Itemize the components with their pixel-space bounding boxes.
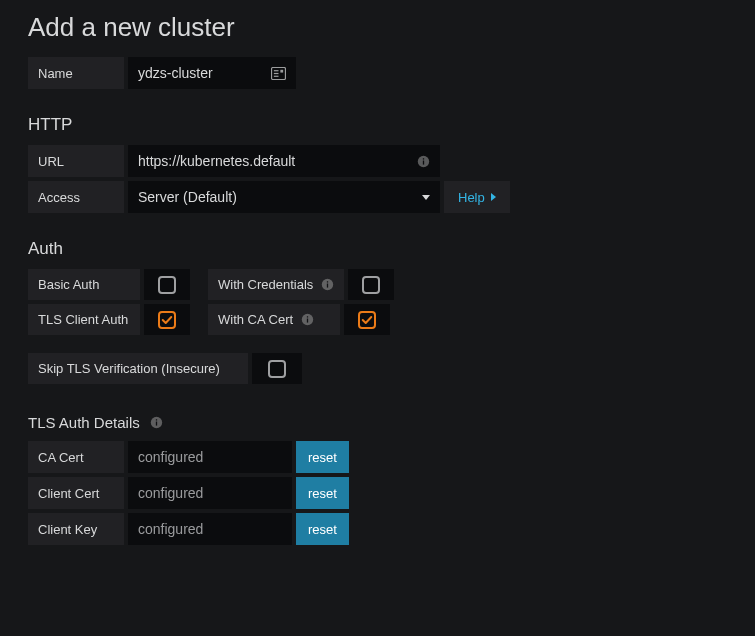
info-icon[interactable] — [417, 155, 430, 168]
ca-cert-reset-button[interactable]: reset — [296, 441, 349, 473]
url-label: URL — [28, 145, 124, 177]
client-key-row: Client Key configured reset — [28, 513, 727, 545]
access-value: Server (Default) — [138, 189, 237, 205]
info-icon[interactable] — [321, 278, 334, 291]
svg-rect-15 — [156, 422, 157, 426]
checkbox-checked-icon — [158, 311, 176, 329]
checkbox-unchecked-icon — [158, 276, 176, 294]
auth-row-1: Basic Auth With Credentials — [28, 269, 727, 300]
client-cert-reset-button[interactable]: reset — [296, 477, 349, 509]
name-label: Name — [28, 57, 124, 89]
tls-details-heading: TLS Auth Details — [28, 414, 140, 431]
client-key-label: Client Key — [28, 513, 124, 545]
page-title: Add a new cluster — [28, 12, 727, 43]
with-ca-cert-text: With CA Cert — [218, 312, 293, 327]
with-credentials-text: With Credentials — [218, 277, 313, 292]
client-key-reset-button[interactable]: reset — [296, 513, 349, 545]
http-heading: HTTP — [28, 115, 727, 135]
ca-cert-row: CA Cert configured reset — [28, 441, 727, 473]
with-credentials-label: With Credentials — [208, 269, 344, 300]
client-cert-label: Client Cert — [28, 477, 124, 509]
svg-rect-12 — [307, 319, 308, 323]
tls-client-auth-checkbox[interactable] — [144, 304, 190, 335]
svg-rect-7 — [423, 158, 424, 159]
name-input[interactable] — [138, 65, 263, 81]
svg-rect-16 — [156, 419, 157, 420]
info-icon[interactable] — [150, 416, 163, 429]
url-row: URL — [28, 145, 727, 177]
name-input-wrap[interactable] — [128, 57, 296, 89]
client-cert-row: Client Cert configured reset — [28, 477, 727, 509]
form-icon — [271, 67, 286, 80]
info-icon[interactable] — [301, 313, 314, 326]
svg-rect-6 — [423, 160, 424, 164]
access-label: Access — [28, 181, 124, 213]
basic-auth-checkbox[interactable] — [144, 269, 190, 300]
basic-auth-label: Basic Auth — [28, 269, 140, 300]
client-cert-value: configured — [128, 477, 292, 509]
with-ca-cert-checkbox[interactable] — [344, 304, 390, 335]
ca-cert-value: configured — [128, 441, 292, 473]
checkbox-unchecked-icon — [268, 360, 286, 378]
svg-rect-10 — [327, 281, 328, 282]
svg-rect-4 — [280, 69, 283, 72]
ca-cert-label: CA Cert — [28, 441, 124, 473]
tls-client-auth-label: TLS Client Auth — [28, 304, 140, 335]
help-label: Help — [458, 190, 485, 205]
with-credentials-checkbox[interactable] — [348, 269, 394, 300]
spacer — [194, 304, 204, 335]
url-input[interactable] — [138, 153, 409, 169]
with-ca-cert-label: With CA Cert — [208, 304, 340, 335]
name-row: Name — [28, 57, 727, 89]
client-key-value: configured — [128, 513, 292, 545]
skip-tls-checkbox[interactable] — [252, 353, 302, 384]
auth-heading: Auth — [28, 239, 727, 259]
access-row: Access Server (Default) Help — [28, 181, 727, 213]
access-select[interactable]: Server (Default) — [128, 181, 440, 213]
tls-details-heading-row: TLS Auth Details — [28, 414, 727, 431]
checkbox-unchecked-icon — [362, 276, 380, 294]
help-button[interactable]: Help — [444, 181, 510, 213]
skip-tls-row: Skip TLS Verification (Insecure) — [28, 353, 727, 384]
chevron-down-icon — [422, 195, 430, 200]
checkbox-checked-icon — [358, 311, 376, 329]
skip-tls-label: Skip TLS Verification (Insecure) — [28, 353, 248, 384]
chevron-right-icon — [491, 193, 496, 201]
svg-rect-13 — [307, 316, 308, 317]
svg-rect-9 — [327, 284, 328, 288]
spacer — [194, 269, 204, 300]
auth-row-2: TLS Client Auth With CA Cert — [28, 304, 727, 335]
url-input-wrap[interactable] — [128, 145, 440, 177]
